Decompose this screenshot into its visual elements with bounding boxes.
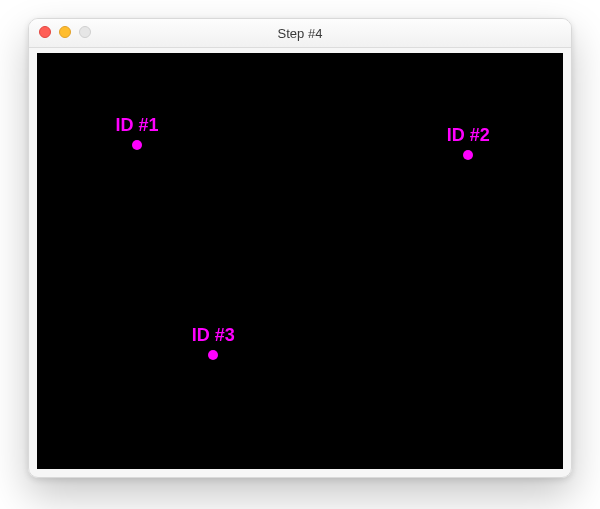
minimize-icon[interactable]: [59, 26, 71, 38]
canvas-area: ID #1 ID #2 ID #3: [37, 53, 563, 469]
point-label: ID #2: [447, 125, 490, 146]
tracked-point: ID #3: [208, 350, 218, 360]
app-window: Step #4 ID #1 ID #2 ID #3: [28, 18, 572, 478]
window-frame: Step #4 ID #1 ID #2 ID #3: [28, 18, 572, 478]
window-title: Step #4: [278, 26, 323, 41]
titlebar: Step #4: [29, 19, 571, 48]
close-icon[interactable]: [39, 26, 51, 38]
point-marker-icon: [463, 150, 473, 160]
point-label: ID #1: [115, 115, 158, 136]
maximize-icon[interactable]: [79, 26, 91, 38]
tracked-point: ID #2: [463, 150, 473, 160]
point-marker-icon: [132, 140, 142, 150]
tracked-point: ID #1: [132, 140, 142, 150]
window-controls: [39, 26, 91, 38]
point-label: ID #3: [192, 325, 235, 346]
point-marker-icon: [208, 350, 218, 360]
